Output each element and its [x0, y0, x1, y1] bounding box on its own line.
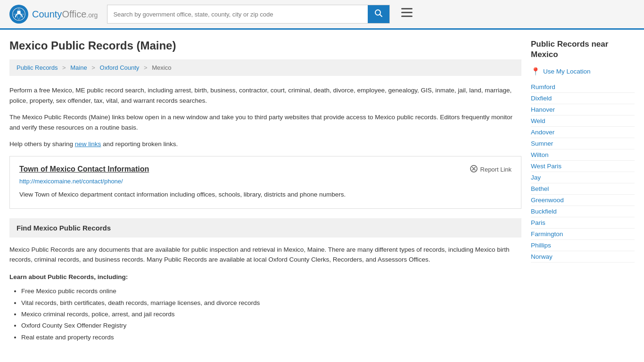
report-link-button[interactable]: Report Link: [470, 165, 512, 174]
sidebar-nearby-link[interactable]: Buckfield: [531, 206, 635, 217]
use-location-link[interactable]: 📍 Use My Location: [531, 67, 635, 76]
description-para3-suffix: and reporting broken links.: [101, 140, 178, 148]
sidebar-nearby-link[interactable]: Paris: [531, 217, 635, 229]
sidebar-nearby-link[interactable]: Phillips: [531, 240, 635, 251]
breadcrumb-sep-1: >: [62, 64, 66, 71]
svg-rect-7: [401, 16, 413, 17]
content-area: Mexico Public Records (Maine) Public Rec…: [9, 39, 521, 343]
sidebar-nearby-link[interactable]: Bethel: [531, 183, 635, 195]
description-para2: The Mexico Public Records (Maine) links …: [9, 112, 521, 132]
main-container: Mexico Public Records (Maine) Public Rec…: [0, 30, 644, 353]
menu-button[interactable]: [399, 6, 414, 22]
learn-list-item: Real estate and property records: [21, 332, 521, 343]
record-card: Town of Mexico Contact Information Repor…: [9, 156, 521, 209]
breadcrumb-mexico: Mexico: [152, 64, 171, 71]
breadcrumb-maine[interactable]: Maine: [70, 64, 87, 71]
learn-list-item: Oxford County Sex Offender Registry: [21, 320, 521, 331]
learn-list-item: Mexico criminal records, police, arrest,…: [21, 309, 521, 320]
find-section-title: Find Mexico Public Records: [17, 224, 111, 232]
description-para3: Help others by sharing new links and rep…: [9, 139, 521, 149]
find-section-para: Mexico Public Records are any documents …: [9, 245, 521, 265]
sidebar-nearby-link[interactable]: Greenwood: [531, 195, 635, 206]
record-card-title[interactable]: Town of Mexico Contact Information: [19, 165, 149, 173]
use-location-label: Use My Location: [543, 68, 591, 75]
sidebar-nearby-link[interactable]: Wilton: [531, 149, 635, 161]
sidebar-nearby-link[interactable]: West Paris: [531, 161, 635, 172]
svg-rect-5: [401, 8, 413, 9]
report-icon: [470, 165, 478, 174]
breadcrumb: Public Records > Maine > Oxford County >…: [9, 59, 521, 76]
record-card-url[interactable]: http://mexicomaine.net/contact/phone/: [19, 178, 512, 185]
location-pin-icon: 📍: [531, 67, 540, 76]
new-links-link[interactable]: new links: [75, 140, 101, 148]
sidebar-nearby-link[interactable]: Jay: [531, 172, 635, 183]
record-card-header: Town of Mexico Contact Information Repor…: [19, 165, 512, 174]
record-card-description: View Town of Mexico department contact i…: [19, 189, 512, 200]
sidebar-nearby-link[interactable]: Rumford: [531, 82, 635, 93]
breadcrumb-public-records[interactable]: Public Records: [17, 64, 58, 71]
sidebar-title: Public Records near Mexico: [531, 39, 635, 60]
logo[interactable]: CountyOffice.org: [9, 5, 98, 24]
search-bar: [107, 5, 390, 24]
learn-list-item: Free Mexico public records online: [21, 286, 521, 297]
search-button[interactable]: [368, 5, 389, 23]
svg-line-4: [380, 15, 382, 17]
page-title: Mexico Public Records (Maine): [9, 39, 521, 52]
breadcrumb-sep-2: >: [91, 64, 95, 71]
sidebar-nearby-link[interactable]: Weld: [531, 115, 635, 127]
find-section-body: Mexico Public Records are any documents …: [9, 245, 521, 343]
sidebar-nearby-link[interactable]: Hanover: [531, 104, 635, 115]
breadcrumb-oxford-county[interactable]: Oxford County: [100, 64, 140, 71]
learn-title: Learn about Public Records, including:: [9, 272, 521, 282]
sidebar-nearby-link[interactable]: Farmington: [531, 229, 635, 240]
learn-list-item: Vital records, birth certificates, death…: [21, 297, 521, 309]
breadcrumb-sep-3: >: [144, 64, 148, 71]
nearby-links: RumfordDixfieldHanoverWeldAndoverSumnerW…: [531, 82, 635, 263]
sidebar-nearby-link[interactable]: Dixfield: [531, 93, 635, 104]
sidebar-nearby-link[interactable]: Sumner: [531, 138, 635, 149]
logo-icon: [9, 5, 28, 24]
report-link-label: Report Link: [480, 166, 512, 173]
find-section: Find Mexico Public Records Mexico Public…: [9, 218, 521, 343]
description-para3-prefix: Help others by sharing: [9, 140, 75, 148]
sidebar-nearby-link[interactable]: Norway: [531, 251, 635, 263]
sidebar-nearby-link[interactable]: Andover: [531, 127, 635, 138]
header: CountyOffice.org: [0, 0, 644, 30]
find-section-header: Find Mexico Public Records: [9, 218, 521, 238]
search-input[interactable]: [107, 5, 368, 23]
logo-text: CountyOffice.org: [32, 9, 98, 20]
sidebar: Public Records near Mexico 📍 Use My Loca…: [531, 39, 635, 343]
svg-rect-6: [401, 12, 413, 13]
description-para1: Perform a free Mexico, ME public record …: [9, 85, 521, 106]
learn-list: Free Mexico public records onlineVital r…: [9, 286, 521, 343]
